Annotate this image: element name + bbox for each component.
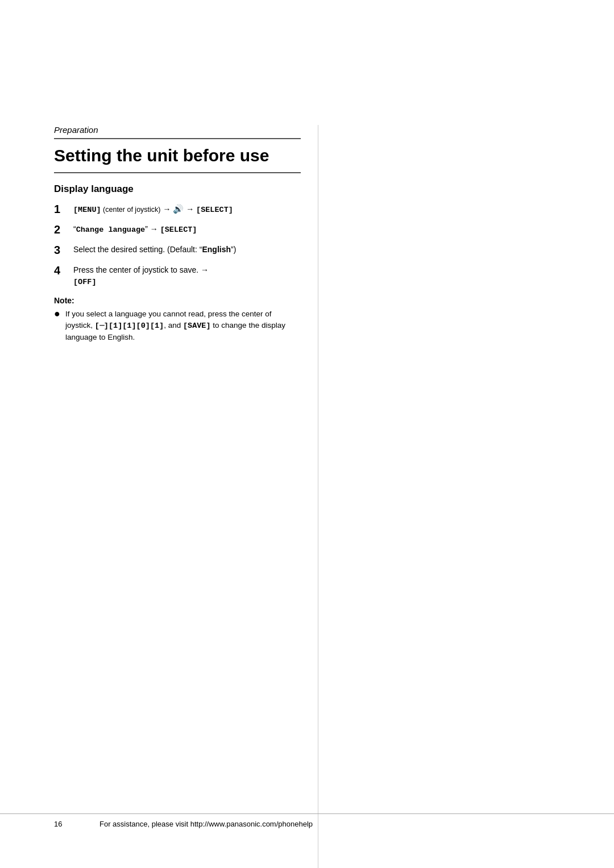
step3-text: Select the desired setting. (Default: “E… bbox=[73, 245, 236, 254]
step1-arrow2: → bbox=[186, 205, 194, 214]
step-number-2: 2 bbox=[54, 223, 70, 236]
note-section: Note: ● If you select a language you can… bbox=[54, 296, 301, 344]
steps-list: 1 [MENU] (center of joystick) → 🔊 → [SEL… bbox=[54, 203, 301, 288]
note-bullet-1: ● bbox=[54, 308, 63, 320]
step4-off: [OFF] bbox=[73, 278, 97, 286]
step-item-4: 4 Press the center of joystick to save. … bbox=[54, 264, 301, 288]
step1-joystick: (center of joystick) bbox=[101, 206, 161, 214]
step2-arrow: → bbox=[150, 224, 158, 233]
page: Preparation Setting the unit before use … bbox=[0, 0, 614, 868]
step1-icon: 🔊 bbox=[173, 204, 184, 214]
footer: 16 For assistance, please visit http://w… bbox=[0, 813, 614, 834]
step-number-3: 3 bbox=[54, 244, 70, 256]
step1-arrow1: → bbox=[163, 205, 171, 214]
note-save: [SAVE] bbox=[183, 322, 211, 330]
note-text-1: If you select a language you cannot read… bbox=[65, 308, 301, 344]
step2-change-language: Change language bbox=[76, 226, 146, 234]
page-title: Setting the unit before use bbox=[54, 145, 301, 166]
step4-text: Press the center of joystick to save. → bbox=[73, 265, 209, 274]
top-rule bbox=[54, 138, 301, 139]
step-number-4: 4 bbox=[54, 264, 70, 277]
step-content-2: “Change language” → [SELECT] bbox=[73, 223, 301, 236]
step1-menu: [MENU] bbox=[73, 206, 101, 214]
title-rule bbox=[54, 172, 301, 173]
left-column: Preparation Setting the unit before use … bbox=[0, 125, 318, 868]
right-column bbox=[318, 125, 614, 868]
note-title: Note: bbox=[54, 296, 301, 305]
step-item-3: 3 Select the desired setting. (Default: … bbox=[54, 244, 301, 256]
step-number-1: 1 bbox=[54, 203, 70, 215]
content-area: Preparation Setting the unit before use … bbox=[0, 0, 614, 868]
footer-page-number: 16 bbox=[54, 820, 77, 828]
step-content-3: Select the desired setting. (Default: “E… bbox=[73, 244, 301, 255]
footer-text: For assistance, please visit http://www.… bbox=[99, 820, 313, 828]
subsection-title: Display language bbox=[54, 183, 301, 195]
step2-select: [SELECT] bbox=[160, 226, 197, 234]
step-item-2: 2 “Change language” → [SELECT] bbox=[54, 223, 301, 236]
step3-english: English bbox=[202, 245, 231, 254]
step-content-4: Press the center of joystick to save. → … bbox=[73, 264, 301, 288]
note-item-1: ● If you select a language you cannot re… bbox=[54, 308, 301, 344]
step-content-1: [MENU] (center of joystick) → 🔊 → [SELEC… bbox=[73, 203, 301, 216]
section-label: Preparation bbox=[54, 125, 301, 135]
note-keys: [⏤][1][1][0][1] bbox=[95, 322, 164, 330]
step-item-1: 1 [MENU] (center of joystick) → 🔊 → [SEL… bbox=[54, 203, 301, 216]
step1-select: [SELECT] bbox=[196, 206, 233, 214]
